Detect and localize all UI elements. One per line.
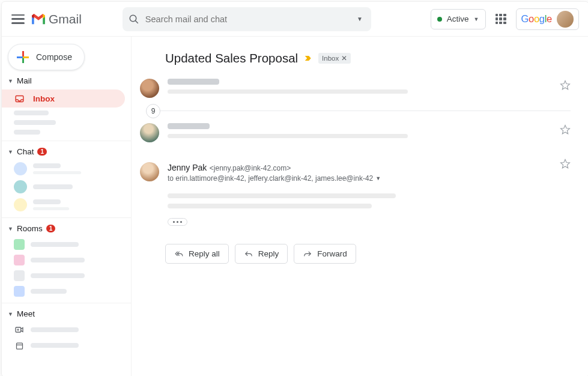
reply-button[interactable]: Reply	[235, 244, 288, 264]
chevron-down-icon: ▼	[474, 16, 479, 22]
label-chip-inbox[interactable]: Inbox ✕	[318, 53, 351, 64]
google-account-switcher[interactable]: Google	[516, 8, 579, 30]
rooms-section-label: Rooms	[17, 224, 43, 233]
recipients-line: to erin.lattimore@ink-42, jeffery.clark@…	[168, 174, 373, 183]
chat-placeholder-row	[2, 178, 131, 196]
expanded-message: Jenny Pak <jenny.pak@ink-42.com> to erin…	[132, 151, 588, 234]
inbox-icon	[14, 93, 25, 104]
hamburger-menu-icon[interactable]	[11, 13, 25, 26]
important-marker-icon[interactable]	[304, 54, 312, 62]
reply-all-button[interactable]: Reply all	[165, 244, 229, 264]
search-options-dropdown[interactable]: ▼	[354, 13, 365, 25]
caret-down-icon: ▼	[8, 149, 13, 155]
rooms-placeholder-row	[2, 268, 131, 284]
meet-section-header[interactable]: ▼ Meet	[2, 303, 131, 322]
forward-button[interactable]: Forward	[294, 244, 356, 264]
forward-label: Forward	[317, 249, 347, 258]
meet-section-label: Meet	[17, 309, 35, 318]
user-avatar[interactable]	[557, 11, 574, 28]
plus-icon	[17, 51, 29, 63]
caret-down-icon: ▼	[8, 226, 13, 232]
chat-section-label: Chat	[17, 147, 34, 156]
sidebar: Compose ▼ Mail Inbox ▼ Chat 1	[2, 37, 132, 376]
caret-down-icon: ▼	[8, 311, 13, 317]
mail-section-label: Mail	[17, 76, 32, 85]
status-active-dot	[437, 17, 442, 22]
svg-line-1	[135, 20, 138, 23]
sender-email: <jenny.pak@ink-42.com>	[210, 164, 291, 172]
rooms-badge: 1	[46, 225, 56, 232]
chat-placeholder-row	[2, 196, 131, 214]
remove-label-icon[interactable]: ✕	[341, 54, 347, 62]
status-chip[interactable]: Active ▼	[431, 9, 486, 29]
gmail-m-icon	[31, 13, 46, 25]
google-logo-text: Google	[521, 13, 552, 25]
compose-button[interactable]: Compose	[8, 44, 85, 70]
reply-label: Reply	[258, 249, 279, 258]
collapsed-message[interactable]	[132, 73, 588, 107]
chat-section-header[interactable]: ▼ Chat 1	[2, 141, 131, 160]
sidebar-placeholder-row	[2, 118, 131, 127]
reply-icon	[244, 250, 253, 258]
caret-down-icon: ▼	[8, 78, 13, 84]
star-icon[interactable]	[560, 80, 571, 91]
rooms-placeholder-row	[2, 252, 131, 268]
gmail-brand-text: Gmail	[49, 12, 82, 26]
chat-placeholder-row	[2, 160, 131, 178]
thread-subject: Updated Sales Proposal	[165, 51, 298, 65]
search-icon	[129, 14, 139, 25]
reply-all-label: Reply all	[189, 249, 220, 258]
rooms-section-header[interactable]: ▼ Rooms 1	[2, 218, 131, 237]
star-icon[interactable]	[560, 159, 571, 169]
show-trimmed-content-button[interactable]	[168, 218, 187, 226]
search-bar[interactable]: ▼	[123, 7, 371, 31]
inbox-label: Inbox	[33, 94, 55, 103]
conversation-view: Updated Sales Proposal Inbox ✕ 9	[132, 37, 588, 376]
label-chip-text: Inbox	[322, 55, 339, 62]
google-apps-icon[interactable]	[496, 14, 506, 25]
forward-icon	[303, 250, 312, 258]
star-icon[interactable]	[560, 124, 571, 135]
collapsed-message[interactable]	[132, 117, 588, 151]
sender-avatar	[140, 123, 159, 142]
svg-rect-6	[16, 343, 22, 349]
meet-new-meeting[interactable]	[2, 322, 131, 338]
reply-all-icon	[174, 250, 184, 258]
svg-point-0	[130, 15, 136, 22]
sidebar-placeholder-row	[2, 127, 131, 137]
rooms-placeholder-row	[2, 284, 131, 299]
collapsed-count: 9	[146, 104, 160, 118]
sender-avatar	[140, 79, 159, 98]
sender-avatar	[140, 162, 159, 181]
meet-my-meetings[interactable]	[2, 338, 131, 353]
calendar-icon	[14, 340, 25, 351]
status-label: Active	[447, 14, 469, 23]
compose-label: Compose	[36, 52, 72, 62]
search-input[interactable]	[145, 14, 348, 24]
recipients-expand-icon[interactable]: ▼	[375, 175, 381, 181]
mail-section-header[interactable]: ▼ Mail	[2, 70, 131, 89]
gmail-logo[interactable]: Gmail	[31, 12, 82, 26]
video-plus-icon	[14, 324, 25, 335]
collapsed-messages-divider[interactable]: 9	[153, 111, 571, 111]
sidebar-item-inbox[interactable]: Inbox	[2, 89, 125, 108]
sender-name: Jenny Pak	[168, 163, 207, 172]
chat-badge: 1	[37, 148, 47, 156]
rooms-placeholder-row	[2, 237, 131, 252]
sidebar-placeholder-row	[2, 108, 131, 118]
